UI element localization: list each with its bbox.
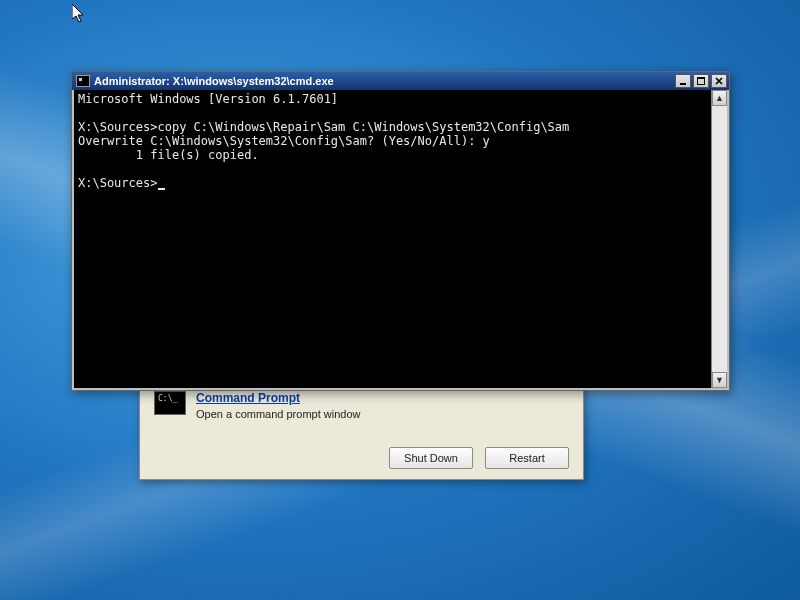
scroll-up-button[interactable]: ▲ <box>712 90 727 106</box>
shut-down-button[interactable]: Shut Down <box>389 447 473 469</box>
minimize-button[interactable] <box>675 74 691 88</box>
cmd-title-icon <box>76 75 90 87</box>
command-prompt-icon <box>154 391 186 415</box>
command-prompt-description: Open a command prompt window <box>196 408 360 420</box>
titlebar[interactable]: Administrator: X:\windows\system32\cmd.e… <box>72 72 729 90</box>
svg-rect-0 <box>680 83 686 85</box>
vertical-scrollbar[interactable]: ▲ ▼ <box>711 90 727 388</box>
command-prompt-option[interactable]: Command Prompt Open a command prompt win… <box>154 391 569 420</box>
terminal-output[interactable]: Microsoft Windows [Version 6.1.7601] X:\… <box>74 90 711 388</box>
restart-button[interactable]: Restart <box>485 447 569 469</box>
close-button[interactable] <box>711 74 727 88</box>
scroll-down-button[interactable]: ▼ <box>712 372 727 388</box>
command-prompt-window: Administrator: X:\windows\system32\cmd.e… <box>71 71 730 391</box>
scroll-track[interactable] <box>712 106 727 372</box>
window-title: Administrator: X:\windows\system32\cmd.e… <box>94 75 671 87</box>
maximize-button[interactable] <box>693 74 709 88</box>
svg-rect-2 <box>697 77 705 79</box>
command-prompt-link[interactable]: Command Prompt <box>196 391 360 405</box>
